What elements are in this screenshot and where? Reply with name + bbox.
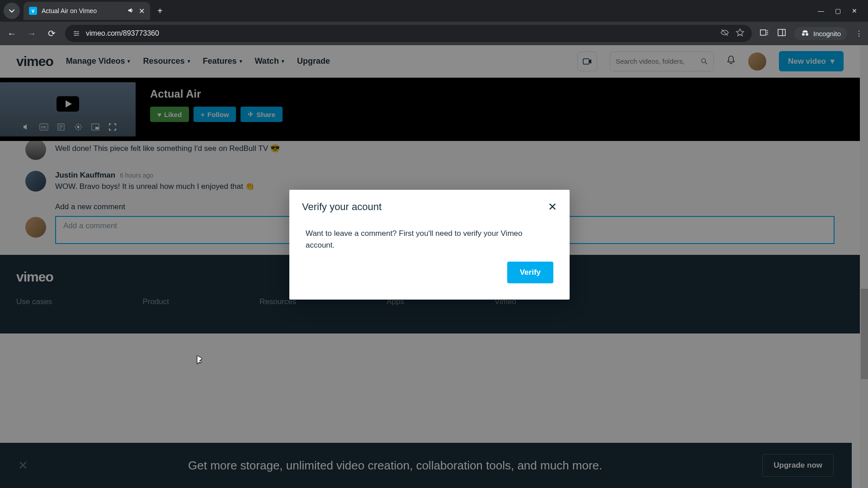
reload-button[interactable]: ⟳ (45, 28, 58, 39)
browser-menu-button[interactable]: ⋮ (855, 29, 863, 38)
tab-close-button[interactable]: ✕ (139, 7, 145, 15)
modal-close-button[interactable]: ✕ (548, 201, 557, 213)
tune-icon (72, 29, 80, 38)
side-panel-icon[interactable] (777, 28, 786, 39)
chevron-down-icon (9, 8, 15, 14)
svg-rect-3 (760, 30, 766, 35)
modal-title: Verify your acount (302, 201, 382, 213)
new-tab-button[interactable]: + (157, 6, 163, 16)
forward-button[interactable]: → (25, 28, 38, 39)
svg-rect-4 (778, 29, 785, 36)
audio-playing-icon[interactable] (127, 7, 134, 15)
tab-bar: v Actual Air on Vimeo ✕ + — ▢ ✕ (0, 0, 868, 22)
incognito-badge[interactable]: Incognito (794, 27, 847, 40)
minimize-button[interactable]: — (818, 7, 824, 14)
vimeo-favicon-icon: v (29, 7, 37, 15)
media-control-icon[interactable] (759, 28, 769, 39)
verify-account-modal: Verify your acount ✕ Want to leave a com… (289, 190, 570, 300)
eye-off-icon[interactable] (720, 28, 729, 39)
tab-title: Actual Air on Vimeo (42, 7, 123, 14)
svg-point-0 (75, 31, 76, 33)
incognito-icon (801, 30, 810, 37)
url-field-container[interactable] (65, 25, 752, 42)
svg-point-2 (75, 35, 76, 36)
back-button[interactable]: ← (5, 28, 18, 39)
site-info-button[interactable] (72, 29, 80, 38)
toolbar-actions: Incognito ⋮ (759, 27, 863, 40)
maximize-button[interactable]: ▢ (835, 7, 841, 14)
window-controls: — ▢ ✕ (818, 7, 864, 14)
page-viewport: vimeo Manage Videos▾ Resources▾ Features… (0, 45, 868, 488)
browser-chrome: v Actual Air on Vimeo ✕ + — ▢ ✕ ← → ⟳ (0, 0, 868, 45)
url-input[interactable] (86, 29, 715, 38)
address-bar: ← → ⟳ Incognito ⋮ (0, 22, 868, 45)
modal-body-text: Want to leave a comment? First you'll ne… (289, 219, 570, 256)
svg-point-1 (77, 33, 79, 34)
tab-search-button[interactable] (4, 3, 20, 19)
close-window-button[interactable]: ✕ (852, 7, 857, 14)
incognito-label: Incognito (813, 30, 841, 38)
browser-tab[interactable]: v Actual Air on Vimeo ✕ (24, 2, 150, 20)
bookmark-star-button[interactable] (736, 28, 745, 39)
verify-button[interactable]: Verify (507, 262, 553, 283)
